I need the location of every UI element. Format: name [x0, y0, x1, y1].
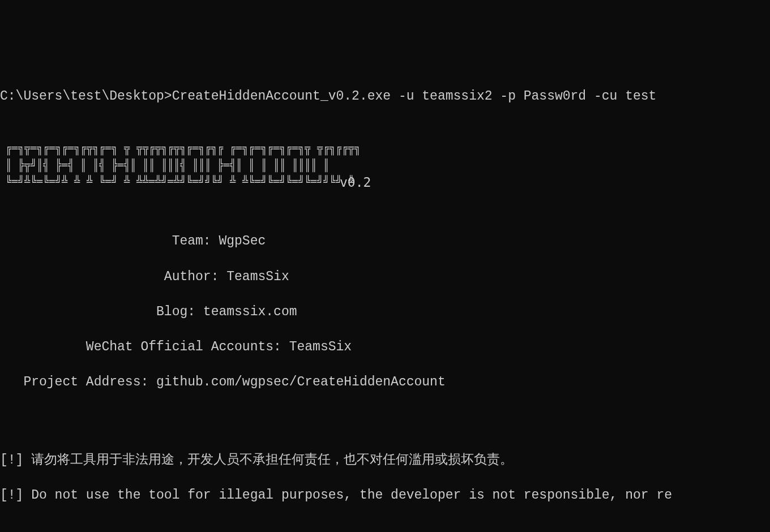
info-author: Author: TeamsSix [0, 268, 770, 286]
ascii-banner: .t { font-family: Consolas, 'Courier New… [6, 139, 770, 194]
info-wechat: WeChat Official Accounts: TeamsSix [0, 338, 770, 356]
warning-block: [!] 请勿将工具用于非法用途，开发人员不承担任何责任，也不对任何滥用或损坏负责… [0, 434, 770, 522]
info-block: Team: WgpSec Author: TeamsSix Blog: team… [0, 215, 770, 409]
info-blog: Blog: teamssix.com [0, 303, 770, 321]
version-text: v0.2 [340, 175, 371, 190]
svg-text:╔═╗╦═╗╔═╗╔═╗╔╦╗╔═╗  ╦ ╦╦╔╦╗╔╦╗: ╔═╗╦═╗╔═╗╔═╗╔╦╗╔═╗ ╦ ╦╦╔╦╗╔╦╗╔═╗╔╗╔ ╔═╗╔… [6, 142, 361, 156]
ascii-title-svg: .t { font-family: Consolas, 'Courier New… [6, 139, 515, 192]
warning-cn: [!] 请勿将工具用于非法用途，开发人员不承担任何责任，也不对任何滥用或损坏负责… [0, 452, 770, 469]
info-project: Project Address: github.com/wgpsec/Creat… [0, 374, 770, 391]
command-prompt-line: C:\Users\test\Desktop>CreateHiddenAccoun… [0, 88, 770, 105]
info-team: Team: WgpSec [0, 233, 770, 250]
warning-en: [!] Do not use the tool for illegal purp… [0, 487, 770, 504]
terminal-output: C:\Users\test\Desktop>CreateHiddenAccoun… [0, 70, 770, 532]
svg-text:╚═╝╩╚═╚═╝╩ ╩ ╩ ╚═╝  ╩ ╩╩═╩╝═╩╝: ╚═╝╩╚═╚═╝╩ ╩ ╩ ╚═╝ ╩ ╩╩═╩╝═╩╝╚═╝╝╚╝ ╩ ╩╚… [6, 174, 354, 188]
svg-text:║  ╠╦╝║╣ ╠═╣ ║ ║╣   ╠═╣║ ║║ ║║: ║ ╠╦╝║╣ ╠═╣ ║ ║╣ ╠═╣║ ║║ ║║║╣ ║║║ ╠═╣║ ║… [6, 158, 330, 172]
